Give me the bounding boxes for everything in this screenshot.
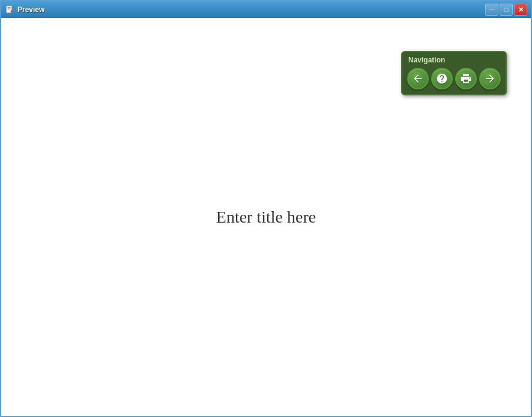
forward-button[interactable]	[479, 68, 501, 89]
maximize-button[interactable]: □	[500, 4, 513, 16]
help-button[interactable]	[431, 68, 453, 89]
title-bar: Preview ─ □ ✕	[1, 1, 531, 18]
help-icon	[436, 73, 448, 85]
navigation-label: Navigation	[407, 56, 501, 64]
arrow-left-icon	[412, 73, 424, 85]
navigation-widget: Navigation	[401, 51, 507, 95]
minimize-button[interactable]: ─	[485, 4, 498, 16]
page-title: Enter title here	[216, 208, 316, 227]
print-button[interactable]	[455, 68, 477, 89]
window: Preview ─ □ ✕ Enter title here Navigatio…	[0, 0, 532, 417]
preview-icon	[5, 5, 14, 14]
close-button[interactable]: ✕	[514, 4, 527, 16]
arrow-right-icon	[484, 73, 496, 85]
window-title: Preview	[17, 5, 44, 14]
main-area: Enter title here Navigation	[1, 18, 531, 416]
back-button[interactable]	[407, 68, 429, 89]
title-bar-buttons: ─ □ ✕	[485, 4, 527, 16]
print-icon	[460, 73, 472, 85]
window-content: Enter title here Navigation	[1, 18, 531, 416]
navigation-buttons	[407, 68, 501, 89]
title-bar-left: Preview	[5, 5, 44, 14]
